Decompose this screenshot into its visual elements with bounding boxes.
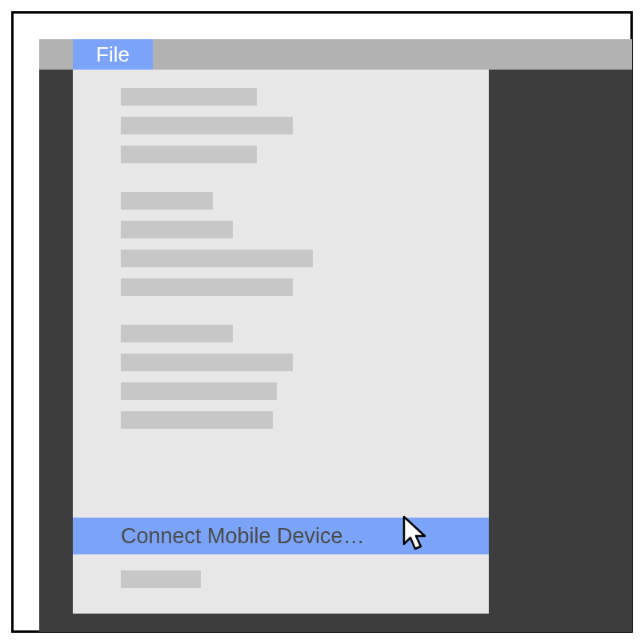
menu-group-2 xyxy=(73,178,489,296)
menu-item-placeholder[interactable] xyxy=(121,354,293,371)
menu-item-placeholder[interactable] xyxy=(121,221,233,238)
menu-item-placeholder[interactable] xyxy=(121,146,257,163)
menu-item-placeholder[interactable] xyxy=(121,88,257,106)
menu-item-placeholder[interactable] xyxy=(121,278,293,296)
menu-item-placeholder[interactable] xyxy=(121,325,233,342)
menu-item-placeholder[interactable] xyxy=(121,382,277,400)
menu-item-placeholder[interactable] xyxy=(121,192,213,210)
menu-item-placeholder[interactable] xyxy=(121,250,313,267)
file-dropdown-menu: Connect Mobile Device… xyxy=(73,70,489,614)
menu-item-placeholder[interactable] xyxy=(121,570,201,588)
menu-group-3 xyxy=(73,310,489,429)
menu-group-1 xyxy=(73,74,489,163)
menu-item-placeholder[interactable] xyxy=(121,411,273,429)
menubar-file[interactable]: File xyxy=(73,39,153,70)
window-border: File Conne xyxy=(11,11,633,633)
app-container: File Conne xyxy=(39,39,632,632)
menu-item-placeholder[interactable] xyxy=(121,117,293,134)
menu-item-connect-mobile-device[interactable]: Connect Mobile Device… xyxy=(73,518,489,554)
menubar: File xyxy=(39,39,632,70)
